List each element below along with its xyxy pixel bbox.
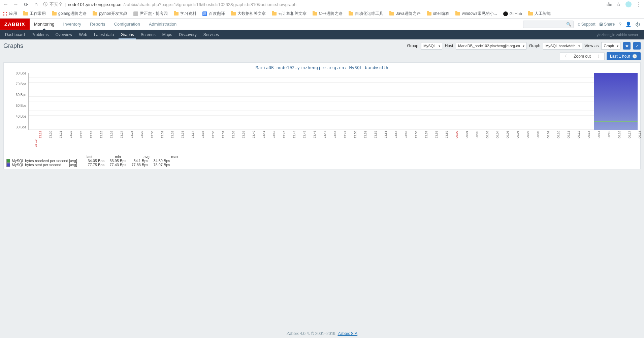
- home-icon[interactable]: ⌂: [33, 1, 39, 7]
- graph-label: Graph: [529, 43, 540, 48]
- x-tick: 00:06: [516, 131, 519, 139]
- bookmark-item[interactable]: 译百度翻译: [202, 11, 225, 17]
- x-tick: 23:46: [313, 131, 316, 139]
- bookmark-item[interactable]: shell编程: [427, 11, 450, 17]
- host-label: Host: [445, 43, 453, 48]
- subtab-screens[interactable]: Screens: [137, 30, 159, 39]
- viewas-label: View as: [585, 43, 599, 48]
- search-icon: 🔍: [566, 22, 571, 27]
- host-select[interactable]: MariaDB_node102.yinzhengjie.org.cn: [456, 42, 526, 50]
- x-tick: 00:08: [536, 131, 540, 139]
- x-tick: 23:36: [211, 131, 215, 139]
- graph-select[interactable]: MySQL bandwidth: [543, 42, 582, 50]
- x-tick: 00:00: [455, 131, 458, 139]
- power-icon[interactable]: ⏻: [635, 22, 640, 27]
- legend-header: min: [102, 155, 121, 159]
- x-tick: 23:21: [59, 131, 62, 139]
- y-axis: 80 Bps70 Bps60 Bps50 Bps40 Bps30 Bps: [6, 73, 28, 130]
- viewas-select[interactable]: Graph: [601, 42, 620, 50]
- back-icon[interactable]: ←: [3, 1, 9, 7]
- x-tick: 00:14: [597, 131, 601, 139]
- address-bar[interactable]: ⓘ 不安全 | node101.yinzhengjie.org.cn/zabbi…: [43, 1, 603, 7]
- tab-configuration[interactable]: Configuration: [110, 19, 144, 30]
- subtab-discovery[interactable]: Discovery: [175, 30, 200, 39]
- subtab-web[interactable]: Web: [75, 30, 90, 39]
- plot-area[interactable]: [28, 73, 638, 130]
- bookmark-item[interactable]: 云计算相关文章: [272, 11, 307, 17]
- subtab-latest-data[interactable]: Latest data: [91, 30, 117, 39]
- bookmark-item[interactable]: python开发实战: [93, 11, 127, 17]
- bookmark-star-icon[interactable]: ☆: [616, 1, 621, 7]
- bookmark-item[interactable]: 尹正杰 - 博客园: [133, 11, 168, 17]
- bookmark-item[interactable]: golang进阶之路: [52, 11, 87, 17]
- bookmark-item[interactable]: windows常见的小...: [455, 11, 497, 17]
- menu-dots-icon[interactable]: ⋮: [636, 1, 641, 7]
- zoom-out-button[interactable]: Zoom out: [570, 53, 595, 60]
- forward-icon[interactable]: →: [13, 1, 19, 7]
- x-tick: 23:56: [414, 131, 418, 139]
- x-tick: 00:09: [546, 131, 550, 139]
- series-received-line: [594, 121, 638, 122]
- x-tick: 00:11: [567, 131, 570, 139]
- subtab-graphs[interactable]: Graphs: [117, 30, 137, 39]
- url-path: /zabbix/charts.php?page=1&groupid=16&hos…: [123, 2, 296, 7]
- y-tick: 80 Bps: [16, 71, 26, 75]
- subtab-problems[interactable]: Problems: [28, 30, 52, 39]
- share-icon: Z: [600, 23, 603, 26]
- x-date-left: 02-19: [34, 140, 37, 147]
- x-tick: 23:20: [49, 131, 52, 139]
- time-range-button[interactable]: Last 1 hour 🕓: [607, 52, 641, 60]
- x-tick: 00:10: [556, 131, 560, 139]
- x-tick: 00:02: [475, 131, 479, 139]
- x-tick: 23:45: [302, 131, 306, 139]
- support-link[interactable]: ⎋Support: [578, 22, 595, 27]
- insecure-icon: ⓘ: [43, 1, 47, 7]
- x-tick: 00:17: [627, 131, 631, 139]
- fullscreen-button[interactable]: ⤢: [633, 42, 641, 50]
- x-tick: 23:54: [394, 131, 397, 139]
- bookmark-item[interactable]: 人工智能: [528, 11, 551, 17]
- x-tick: 23:55: [404, 131, 408, 139]
- graph-container: MariaDB_node102.yinzhengjie.org.cn: MySQ…: [3, 62, 641, 169]
- x-tick: 23:24: [89, 131, 93, 139]
- tab-administration[interactable]: Administration: [144, 19, 181, 30]
- bookmark-item[interactable]: 应用: [3, 11, 17, 17]
- group-select[interactable]: MySQL: [421, 42, 442, 50]
- subtab-services[interactable]: Services: [200, 30, 222, 39]
- time-next-button[interactable]: 〉: [595, 53, 604, 60]
- subtab-maps[interactable]: Maps: [159, 30, 175, 39]
- x-tick: 23:27: [120, 131, 123, 139]
- y-tick: 70 Bps: [16, 82, 26, 86]
- reload-icon[interactable]: ⟳: [23, 1, 29, 8]
- time-prev-button[interactable]: 〈: [560, 53, 570, 60]
- share-link[interactable]: ZShare: [600, 22, 615, 27]
- search-input[interactable]: 🔍: [523, 21, 574, 28]
- subtab-overview[interactable]: Overview: [52, 30, 75, 39]
- x-tick: 23:42: [272, 131, 276, 139]
- zabbix-logo[interactable]: ZABBIX: [0, 19, 30, 30]
- tab-monitoring[interactable]: Monitoring: [30, 19, 59, 30]
- x-tick: 23:44: [292, 131, 296, 139]
- help-icon[interactable]: ?: [619, 22, 621, 27]
- tab-reports[interactable]: Reports: [86, 19, 110, 30]
- bookmark-item[interactable]: C++进阶之路: [313, 11, 343, 17]
- bookmark-item[interactable]: 工作常用: [23, 11, 46, 17]
- x-tick: 00:15: [607, 131, 611, 139]
- bookmark-item[interactable]: 自动化运维工具: [349, 11, 383, 17]
- bookmark-item[interactable]: 学习资料: [174, 11, 196, 17]
- x-tick: 23:34: [191, 131, 194, 139]
- translate-icon[interactable]: ⁂: [607, 1, 612, 7]
- avatar[interactable]: [625, 1, 632, 7]
- x-tick: 23:52: [374, 131, 377, 139]
- bookmark-item[interactable]: 大数据相关文章: [231, 11, 266, 17]
- legend-row: MySQL bytes received per second[avg]34.0…: [6, 159, 638, 163]
- clock-icon: 🕓: [632, 54, 637, 59]
- x-tick: 23:59: [445, 131, 448, 139]
- bookmark-item[interactable]: GitHub: [503, 11, 522, 16]
- user-icon[interactable]: 👤: [625, 22, 631, 27]
- x-tick: 00:03: [485, 131, 489, 139]
- bookmark-item[interactable]: Java进阶之路: [389, 11, 420, 17]
- tab-inventory[interactable]: Inventory: [59, 19, 86, 30]
- subtab-dashboard[interactable]: Dashboard: [2, 30, 28, 39]
- favorite-button[interactable]: ★: [623, 42, 631, 50]
